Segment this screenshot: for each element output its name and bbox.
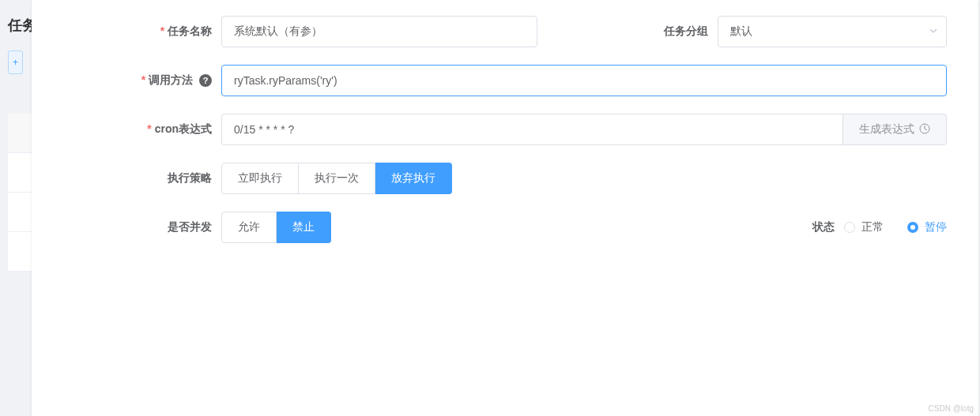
chevron-down-icon (929, 25, 938, 38)
help-icon[interactable]: ? (199, 74, 212, 87)
invoke-method-label: 调用方法 ? (32, 73, 221, 88)
task-group-label: 任务分组 (615, 24, 718, 39)
policy-option-once[interactable]: 执行一次 (299, 163, 375, 194)
policy-label: 执行策略 (32, 171, 221, 186)
invoke-method-input[interactable] (221, 65, 947, 96)
concurrent-button-group: 允许 禁止 (221, 212, 331, 243)
status-option-normal[interactable]: 正常 (844, 220, 884, 234)
status-radio-group: 正常 暂停 (844, 220, 947, 234)
concurrent-option-allow[interactable]: 允许 (221, 212, 277, 243)
status-option-paused[interactable]: 暂停 (907, 220, 947, 234)
policy-option-immediate[interactable]: 立即执行 (221, 163, 299, 194)
cron-label: cron表达式 (32, 122, 221, 137)
generate-cron-button[interactable]: 生成表达式 (842, 114, 947, 145)
policy-option-abort[interactable]: 放弃执行 (375, 163, 452, 194)
radio-icon (844, 222, 855, 233)
task-group-select[interactable]: 默认 (718, 16, 947, 47)
cron-input[interactable] (221, 114, 842, 145)
concurrent-label: 是否并发 (32, 220, 221, 234)
task-form-modal: 任务名称 任务分组 默认 调用方法 ? cron表达式 生成表达式 (32, 0, 978, 416)
status-label: 状态 (797, 220, 844, 234)
watermark: CSDN @lotg (929, 404, 974, 413)
radio-icon (907, 222, 918, 233)
policy-button-group: 立即执行 执行一次 放弃执行 (221, 163, 452, 194)
task-name-label: 任务名称 (32, 24, 221, 39)
concurrent-option-forbid[interactable]: 禁止 (277, 212, 331, 243)
task-name-input[interactable] (221, 16, 537, 47)
task-group-value: 默认 (730, 24, 752, 39)
clock-icon (919, 123, 930, 137)
bg-add-button: + (8, 51, 23, 74)
